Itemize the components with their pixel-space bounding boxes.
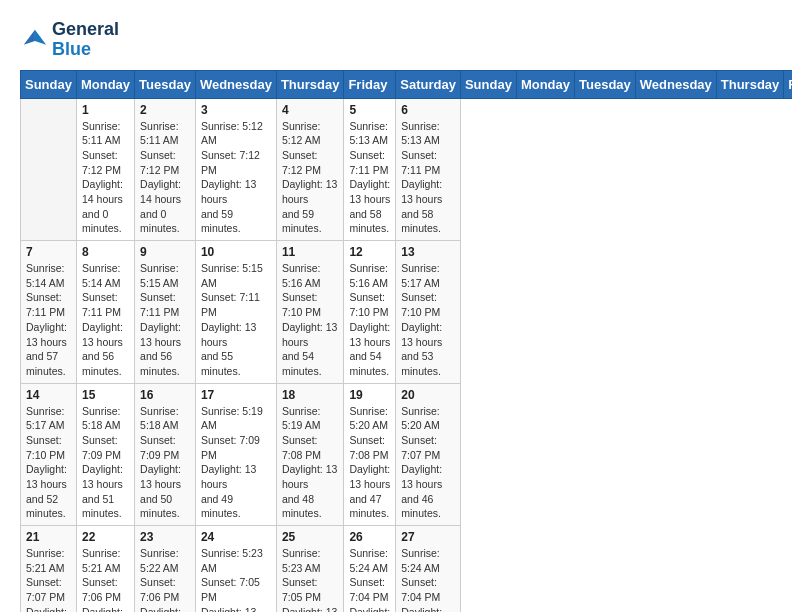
day-info: Sunrise: 5:22 AM Sunset: 7:06 PM Dayligh… bbox=[140, 546, 190, 612]
day-info: Sunrise: 5:20 AM Sunset: 7:08 PM Dayligh… bbox=[349, 404, 390, 522]
calendar-cell: 16Sunrise: 5:18 AM Sunset: 7:09 PM Dayli… bbox=[135, 383, 196, 526]
day-number: 5 bbox=[349, 103, 390, 117]
day-info: Sunrise: 5:13 AM Sunset: 7:11 PM Dayligh… bbox=[349, 119, 390, 237]
calendar-cell: 6Sunrise: 5:13 AM Sunset: 7:11 PM Daylig… bbox=[396, 98, 461, 241]
day-number: 1 bbox=[82, 103, 129, 117]
header-friday: Friday bbox=[344, 70, 396, 98]
day-number: 22 bbox=[82, 530, 129, 544]
svg-marker-0 bbox=[35, 30, 46, 45]
day-number: 24 bbox=[201, 530, 271, 544]
logo: General Blue bbox=[20, 20, 119, 60]
calendar-cell: 25Sunrise: 5:23 AM Sunset: 7:05 PM Dayli… bbox=[276, 526, 344, 612]
header-thursday: Thursday bbox=[276, 70, 344, 98]
calendar-cell: 23Sunrise: 5:22 AM Sunset: 7:06 PM Dayli… bbox=[135, 526, 196, 612]
day-number: 11 bbox=[282, 245, 339, 259]
calendar-cell: 19Sunrise: 5:20 AM Sunset: 7:08 PM Dayli… bbox=[344, 383, 396, 526]
day-number: 3 bbox=[201, 103, 271, 117]
col-header-monday: Monday bbox=[516, 70, 574, 98]
day-info: Sunrise: 5:15 AM Sunset: 7:11 PM Dayligh… bbox=[140, 261, 190, 379]
day-info: Sunrise: 5:14 AM Sunset: 7:11 PM Dayligh… bbox=[82, 261, 129, 379]
day-info: Sunrise: 5:11 AM Sunset: 7:12 PM Dayligh… bbox=[82, 119, 129, 237]
header-wednesday: Wednesday bbox=[195, 70, 276, 98]
calendar-cell: 17Sunrise: 5:19 AM Sunset: 7:09 PM Dayli… bbox=[195, 383, 276, 526]
calendar-cell: 3Sunrise: 5:12 AM Sunset: 7:12 PM Daylig… bbox=[195, 98, 276, 241]
day-info: Sunrise: 5:14 AM Sunset: 7:11 PM Dayligh… bbox=[26, 261, 71, 379]
calendar-cell: 26Sunrise: 5:24 AM Sunset: 7:04 PM Dayli… bbox=[344, 526, 396, 612]
calendar-cell bbox=[21, 98, 77, 241]
day-number: 23 bbox=[140, 530, 190, 544]
page-header: General Blue bbox=[20, 20, 772, 60]
day-number: 4 bbox=[282, 103, 339, 117]
day-info: Sunrise: 5:20 AM Sunset: 7:07 PM Dayligh… bbox=[401, 404, 455, 522]
calendar-header-row: SundayMondayTuesdayWednesdayThursdayFrid… bbox=[21, 70, 793, 98]
day-number: 16 bbox=[140, 388, 190, 402]
day-info: Sunrise: 5:17 AM Sunset: 7:10 PM Dayligh… bbox=[26, 404, 71, 522]
calendar-cell: 11Sunrise: 5:16 AM Sunset: 7:10 PM Dayli… bbox=[276, 241, 344, 384]
day-info: Sunrise: 5:23 AM Sunset: 7:05 PM Dayligh… bbox=[282, 546, 339, 612]
day-info: Sunrise: 5:16 AM Sunset: 7:10 PM Dayligh… bbox=[349, 261, 390, 379]
day-number: 2 bbox=[140, 103, 190, 117]
col-header-wednesday: Wednesday bbox=[635, 70, 716, 98]
day-number: 12 bbox=[349, 245, 390, 259]
logo-icon bbox=[20, 26, 48, 54]
day-number: 18 bbox=[282, 388, 339, 402]
day-number: 10 bbox=[201, 245, 271, 259]
day-info: Sunrise: 5:12 AM Sunset: 7:12 PM Dayligh… bbox=[282, 119, 339, 237]
calendar-cell: 12Sunrise: 5:16 AM Sunset: 7:10 PM Dayli… bbox=[344, 241, 396, 384]
calendar-week-1: 1Sunrise: 5:11 AM Sunset: 7:12 PM Daylig… bbox=[21, 98, 793, 241]
day-info: Sunrise: 5:24 AM Sunset: 7:04 PM Dayligh… bbox=[349, 546, 390, 612]
calendar-week-4: 21Sunrise: 5:21 AM Sunset: 7:07 PM Dayli… bbox=[21, 526, 793, 612]
day-number: 17 bbox=[201, 388, 271, 402]
col-header-tuesday: Tuesday bbox=[575, 70, 636, 98]
calendar-cell: 2Sunrise: 5:11 AM Sunset: 7:12 PM Daylig… bbox=[135, 98, 196, 241]
day-number: 6 bbox=[401, 103, 455, 117]
calendar-cell: 14Sunrise: 5:17 AM Sunset: 7:10 PM Dayli… bbox=[21, 383, 77, 526]
logo-blue: Blue bbox=[52, 40, 119, 60]
col-header-friday: Friday bbox=[784, 70, 792, 98]
calendar-cell: 7Sunrise: 5:14 AM Sunset: 7:11 PM Daylig… bbox=[21, 241, 77, 384]
col-header-thursday: Thursday bbox=[716, 70, 784, 98]
calendar-cell: 8Sunrise: 5:14 AM Sunset: 7:11 PM Daylig… bbox=[76, 241, 134, 384]
calendar-week-2: 7Sunrise: 5:14 AM Sunset: 7:11 PM Daylig… bbox=[21, 241, 793, 384]
calendar-table: SundayMondayTuesdayWednesdayThursdayFrid… bbox=[20, 70, 792, 612]
calendar-cell: 21Sunrise: 5:21 AM Sunset: 7:07 PM Dayli… bbox=[21, 526, 77, 612]
day-number: 13 bbox=[401, 245, 455, 259]
day-number: 14 bbox=[26, 388, 71, 402]
calendar-cell: 5Sunrise: 5:13 AM Sunset: 7:11 PM Daylig… bbox=[344, 98, 396, 241]
svg-marker-1 bbox=[24, 30, 35, 45]
day-info: Sunrise: 5:21 AM Sunset: 7:06 PM Dayligh… bbox=[82, 546, 129, 612]
calendar-cell: 9Sunrise: 5:15 AM Sunset: 7:11 PM Daylig… bbox=[135, 241, 196, 384]
day-number: 9 bbox=[140, 245, 190, 259]
day-number: 25 bbox=[282, 530, 339, 544]
day-info: Sunrise: 5:19 AM Sunset: 7:08 PM Dayligh… bbox=[282, 404, 339, 522]
day-info: Sunrise: 5:21 AM Sunset: 7:07 PM Dayligh… bbox=[26, 546, 71, 612]
header-sunday: Sunday bbox=[21, 70, 77, 98]
day-info: Sunrise: 5:12 AM Sunset: 7:12 PM Dayligh… bbox=[201, 119, 271, 237]
header-saturday: Saturday bbox=[396, 70, 461, 98]
col-header-sunday: Sunday bbox=[460, 70, 516, 98]
calendar-cell: 27Sunrise: 5:24 AM Sunset: 7:04 PM Dayli… bbox=[396, 526, 461, 612]
day-info: Sunrise: 5:18 AM Sunset: 7:09 PM Dayligh… bbox=[82, 404, 129, 522]
calendar-cell: 22Sunrise: 5:21 AM Sunset: 7:06 PM Dayli… bbox=[76, 526, 134, 612]
day-info: Sunrise: 5:11 AM Sunset: 7:12 PM Dayligh… bbox=[140, 119, 190, 237]
day-number: 21 bbox=[26, 530, 71, 544]
day-info: Sunrise: 5:16 AM Sunset: 7:10 PM Dayligh… bbox=[282, 261, 339, 379]
day-number: 15 bbox=[82, 388, 129, 402]
day-number: 19 bbox=[349, 388, 390, 402]
calendar-cell: 4Sunrise: 5:12 AM Sunset: 7:12 PM Daylig… bbox=[276, 98, 344, 241]
day-info: Sunrise: 5:15 AM Sunset: 7:11 PM Dayligh… bbox=[201, 261, 271, 379]
day-number: 20 bbox=[401, 388, 455, 402]
calendar-cell: 18Sunrise: 5:19 AM Sunset: 7:08 PM Dayli… bbox=[276, 383, 344, 526]
day-info: Sunrise: 5:24 AM Sunset: 7:04 PM Dayligh… bbox=[401, 546, 455, 612]
day-info: Sunrise: 5:17 AM Sunset: 7:10 PM Dayligh… bbox=[401, 261, 455, 379]
calendar-cell: 20Sunrise: 5:20 AM Sunset: 7:07 PM Dayli… bbox=[396, 383, 461, 526]
day-number: 27 bbox=[401, 530, 455, 544]
logo-general: General bbox=[52, 20, 119, 40]
calendar-cell: 1Sunrise: 5:11 AM Sunset: 7:12 PM Daylig… bbox=[76, 98, 134, 241]
calendar-cell: 13Sunrise: 5:17 AM Sunset: 7:10 PM Dayli… bbox=[396, 241, 461, 384]
header-monday: Monday bbox=[76, 70, 134, 98]
calendar-cell: 15Sunrise: 5:18 AM Sunset: 7:09 PM Dayli… bbox=[76, 383, 134, 526]
day-info: Sunrise: 5:13 AM Sunset: 7:11 PM Dayligh… bbox=[401, 119, 455, 237]
day-info: Sunrise: 5:18 AM Sunset: 7:09 PM Dayligh… bbox=[140, 404, 190, 522]
calendar-cell: 24Sunrise: 5:23 AM Sunset: 7:05 PM Dayli… bbox=[195, 526, 276, 612]
